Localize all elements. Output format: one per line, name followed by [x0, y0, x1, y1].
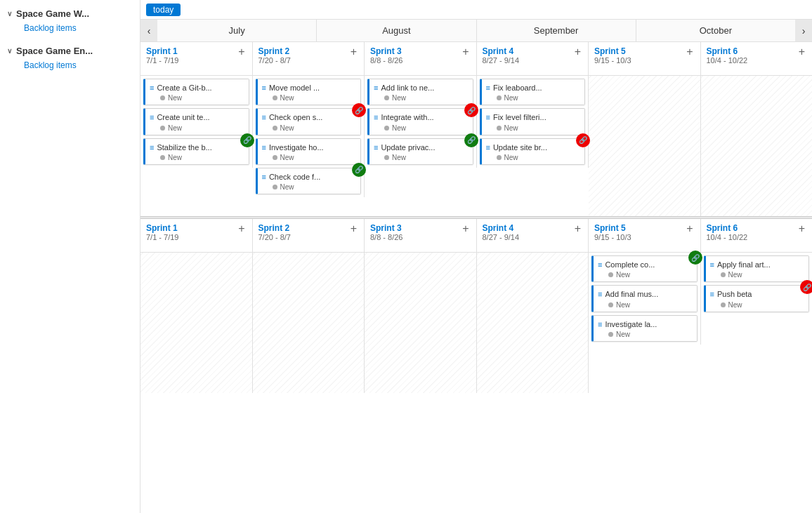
team-2-name: Space Game En... — [16, 46, 93, 56]
team-1-sprint-2-name[interactable]: Sprint 2 — [258, 46, 291, 56]
status-text: New — [392, 124, 406, 132]
link-badge-red[interactable]: 🔗 — [352, 103, 366, 117]
link-badge-red[interactable]: 🔗 — [576, 133, 590, 147]
team-2-sprint-5-cards: ≡ Complete co... New 🔗 ≡ — [589, 253, 701, 345]
team-2-sprint-1-name[interactable]: Sprint 1 — [146, 223, 178, 233]
team-2-sprint-1-add[interactable]: + — [237, 223, 246, 234]
work-item-icon: ≡ — [486, 143, 490, 152]
status-text: New — [504, 94, 518, 102]
next-month-button[interactable]: › — [795, 20, 812, 41]
team-1-sprint-3-name[interactable]: Sprint 3 — [370, 46, 402, 56]
team-1-sprint-1-dates: 7/1 - 7/19 — [146, 56, 178, 65]
team-1-sprint-3-add[interactable]: + — [461, 46, 470, 58]
team-2-sprint-2-name[interactable]: Sprint 2 — [258, 223, 291, 233]
team-1-sprint-5-add[interactable]: + — [685, 46, 694, 58]
team-1-sprint-3-header-col: Sprint 3 8/8 - 8/26 + — [365, 42, 477, 75]
team-2-sprint-6-add[interactable]: + — [797, 223, 806, 234]
team-1-sprint-6-name[interactable]: Sprint 6 — [707, 46, 748, 56]
card-title: Fix leaboard... — [493, 83, 580, 93]
status-text: New — [504, 154, 518, 161]
sidebar-team-2-header[interactable]: ∨ Space Game En... — [7, 43, 133, 59]
status-dot — [384, 95, 389, 100]
team-1-sprint-3-header: Sprint 3 8/8 - 8/26 + — [365, 42, 476, 76]
card-t2-s5-1[interactable]: ≡ Complete co... New 🔗 — [591, 255, 698, 282]
team-2-sprint-3-name[interactable]: Sprint 3 — [370, 223, 402, 233]
link-badge-green[interactable]: 🔗 — [464, 133, 478, 147]
team-1-sprint-2-add[interactable]: + — [349, 46, 358, 58]
status-text: New — [280, 154, 294, 161]
team-1-sprint-4-name[interactable]: Sprint 4 — [483, 46, 520, 56]
team-2-sprint-5-header-col: Sprint 5 9/15 - 10/3 + — [589, 219, 701, 252]
link-badge-red[interactable]: 🔗 — [464, 103, 478, 117]
card-t1-s2-1[interactable]: ≡ Move model ... New — [256, 79, 362, 105]
status-text: New — [280, 183, 294, 191]
month-september: September — [477, 20, 636, 42]
team-1-sprint-6-dates: 10/4 - 10/22 — [707, 56, 748, 65]
today-button[interactable]: today — [146, 4, 181, 16]
team-1-sprint-1-header-col: Sprint 1 7/1 - 7/19 + — [140, 42, 253, 75]
team-2-sprint-5-name[interactable]: Sprint 5 — [594, 223, 631, 233]
status-dot — [160, 95, 165, 100]
card-t2-s5-2[interactable]: ≡ Add final mus... New — [591, 285, 698, 312]
prev-month-button[interactable]: ‹ — [140, 20, 157, 41]
team-1-sprint-2-header: Sprint 2 7/20 - 8/7 + — [253, 42, 365, 76]
link-badge-green[interactable]: 🔗 — [688, 251, 702, 265]
card-t1-s2-2[interactable]: ≡ Check open s... New 🔗 — [256, 108, 362, 135]
card-t2-s6-1[interactable]: ≡ Apply final art... New — [704, 255, 810, 282]
status-dot — [384, 155, 389, 160]
team-1-sprint-1-name[interactable]: Sprint 1 — [146, 46, 178, 56]
team-2-sprint-4-header: Sprint 4 8/27 - 9/14 + — [477, 219, 589, 253]
team-1-chevron: ∨ — [7, 10, 12, 18]
team-2-sprint-2-add[interactable]: + — [349, 223, 358, 234]
team-1-sprint-6-header: Sprint 6 10/4 - 10/22 + — [701, 42, 813, 76]
status-text: New — [616, 301, 630, 309]
team-2-sprint-2-dates: 7/20 - 8/7 — [258, 233, 291, 241]
team-2-sprint-header-row: Sprint 1 7/1 - 7/19 + Sprint 2 7/20 - 8/… — [140, 219, 812, 253]
card-t1-s3-1[interactable]: ≡ Add link to ne... New — [367, 79, 473, 105]
team-2-sprint-3-header: Sprint 3 8/8 - 8/26 + — [365, 219, 476, 253]
card-t1-s2-3[interactable]: ≡ Investigate ho... New — [256, 138, 362, 165]
card-t1-s4-2[interactable]: ≡ Fix level filteri... New — [480, 108, 586, 135]
card-t1-s1-3[interactable]: ≡ Stabilize the b... New 🔗 — [143, 138, 249, 165]
link-badge-green[interactable]: 🔗 — [352, 163, 366, 177]
card-title: Create unit te... — [157, 112, 244, 122]
month-cells: July August September October — [157, 20, 795, 42]
card-t2-s6-2[interactable]: ≡ Push beta New 🔗 — [704, 285, 810, 312]
team-2-sprint-5-add[interactable]: + — [685, 223, 694, 234]
card-t1-s4-1[interactable]: ≡ Fix leaboard... New — [480, 79, 586, 105]
work-item-icon: ≡ — [374, 113, 378, 121]
status-dot — [608, 272, 613, 277]
team-1-sprint-2-header-col: Sprint 2 7/20 - 8/7 + — [253, 42, 365, 75]
team-1-sprint-4-header-col: Sprint 4 8/27 - 9/14 + — [477, 42, 589, 75]
card-t1-s1-1[interactable]: ≡ Create a Git-b... New — [143, 79, 249, 105]
card-t1-s4-3[interactable]: ≡ Update site br... New 🔗 — [480, 138, 586, 165]
team-2-sprint-3-header-col: Sprint 3 8/8 - 8/26 + — [365, 219, 477, 252]
team-1-sprint-4-add[interactable]: + — [573, 46, 582, 58]
status-text: New — [616, 271, 630, 279]
team-1-sprint-1-add[interactable]: + — [237, 46, 246, 58]
link-badge-green[interactable]: 🔗 — [240, 133, 254, 147]
link-badge-red[interactable]: 🔗 — [800, 280, 812, 294]
work-item-icon: ≡ — [486, 113, 490, 121]
team-2-sprint-6-name[interactable]: Sprint 6 — [707, 223, 748, 233]
sidebar-team-2-backlog[interactable]: Backlog items — [7, 59, 133, 72]
team-2-sprint-6-dates: 10/4 - 10/22 — [707, 233, 748, 241]
team-1-sprint-6-add[interactable]: + — [797, 46, 806, 58]
card-t1-s3-2[interactable]: ≡ Integrate with... New 🔗 — [367, 108, 473, 135]
team-2-sprint-4-name[interactable]: Sprint 4 — [483, 223, 520, 233]
team-2-sprint-4-add[interactable]: + — [573, 223, 582, 234]
sidebar-team-1-backlog[interactable]: Backlog items — [7, 22, 133, 34]
team-2-sprint-3-add[interactable]: + — [461, 223, 470, 234]
team-1-sprint-5-name[interactable]: Sprint 5 — [594, 46, 631, 56]
status-dot — [273, 126, 277, 131]
card-t1-s1-2[interactable]: ≡ Create unit te... New — [143, 108, 249, 135]
card-t1-s3-3[interactable]: ≡ Update privac... New 🔗 — [367, 138, 473, 165]
card-title: Update site br... — [493, 142, 580, 152]
team-1-sprint-1-header: Sprint 1 7/1 - 7/19 + — [140, 42, 252, 76]
card-t2-s5-3[interactable]: ≡ Investigate la... New — [591, 315, 698, 342]
sidebar-team-1-header[interactable]: ∨ Space Game W... — [7, 6, 133, 22]
main-area: today ‹ July August September October › — [140, 0, 812, 513]
status-text: New — [504, 124, 518, 132]
sidebar: ∨ Space Game W... Backlog items ∨ Space … — [0, 0, 140, 513]
card-t1-s2-4[interactable]: ≡ Check code f... New 🔗 — [256, 168, 362, 194]
